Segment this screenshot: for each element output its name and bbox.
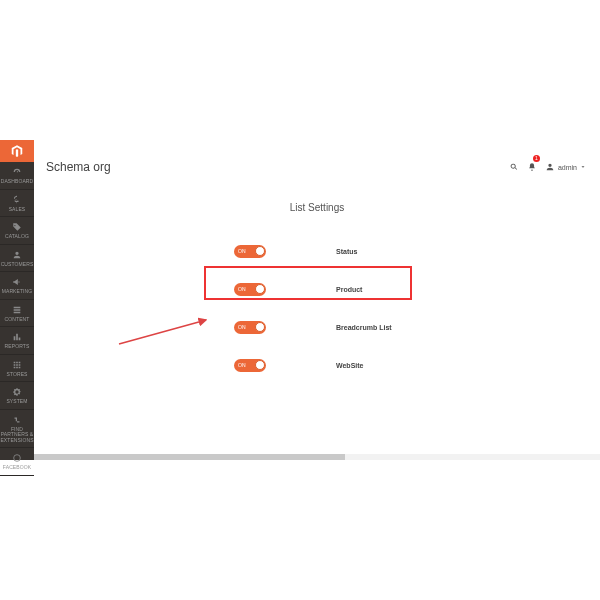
bell-icon — [527, 162, 537, 172]
sidebar-item-catalog[interactable]: CATALOG — [0, 217, 34, 245]
toggle-label: ON — [234, 324, 246, 330]
stores-icon — [12, 360, 22, 370]
tag-icon — [12, 222, 22, 232]
toggle-knob — [255, 284, 265, 294]
sidebar-item-sales[interactable]: SALES — [0, 190, 34, 218]
user-label: admin — [558, 164, 577, 171]
settings-list: ON Status ON Product ON Breadcrumb List … — [34, 232, 600, 384]
scrollbar-thumb[interactable] — [34, 454, 345, 460]
setting-label: Breadcrumb List — [336, 324, 392, 331]
sidebar-item-label: FIND PARTNERS & EXTENSIONS — [0, 427, 33, 444]
sidebar-item-label: MARKETING — [2, 289, 33, 295]
sidebar-item-marketing[interactable]: MARKETING — [0, 272, 34, 300]
chevron-down-icon — [580, 164, 586, 170]
setting-label: WebSite — [336, 362, 364, 369]
gear-icon — [12, 387, 22, 397]
search-icon — [509, 162, 519, 172]
circle-icon — [12, 453, 22, 463]
toggle-label: ON — [234, 362, 246, 368]
sidebar-item-label: SYSTEM — [6, 399, 27, 405]
admin-sidebar: DASHBOARD SALES CATALOG CUSTOMERS MARKET… — [0, 140, 34, 460]
toggle-label: ON — [234, 286, 246, 292]
toggle-label: ON — [234, 248, 246, 254]
user-menu[interactable]: admin — [545, 162, 586, 172]
toggle-knob — [255, 246, 265, 256]
horizontal-scrollbar[interactable] — [34, 454, 600, 460]
magento-logo[interactable] — [0, 140, 34, 162]
user-icon — [545, 162, 555, 172]
toggle-knob — [255, 322, 265, 332]
setting-row-product: ON Product — [34, 270, 600, 308]
header-toolbar: 1 admin — [509, 158, 586, 176]
sidebar-item-label: REPORTS — [5, 344, 30, 350]
sidebar-item-partners[interactable]: FIND PARTNERS & EXTENSIONS — [0, 410, 34, 449]
setting-row-status: ON Status — [34, 232, 600, 270]
notifications-button[interactable]: 1 — [527, 158, 537, 176]
page-title: Schema org — [46, 160, 111, 174]
sidebar-item-facebook[interactable]: FACEBOOK — [0, 448, 34, 476]
setting-label: Status — [336, 248, 357, 255]
toggle-website[interactable]: ON — [234, 359, 266, 372]
sidebar-item-label: STORES — [6, 372, 27, 378]
sidebar-item-label: CUSTOMERS — [1, 262, 34, 268]
setting-row-website: ON WebSite — [34, 346, 600, 384]
search-button[interactable] — [509, 158, 519, 176]
sidebar-item-stores[interactable]: STORES — [0, 355, 34, 383]
sidebar-item-label: CONTENT — [5, 317, 30, 323]
sidebar-item-label: SALES — [9, 207, 26, 213]
dollar-icon — [12, 195, 22, 205]
sidebar-item-system[interactable]: SYSTEM — [0, 382, 34, 410]
sidebar-item-content[interactable]: CONTENT — [0, 300, 34, 328]
magento-icon — [10, 144, 24, 158]
sidebar-item-label: FACEBOOK — [3, 465, 31, 471]
bars-icon — [12, 332, 22, 342]
sidebar-item-customers[interactable]: CUSTOMERS — [0, 245, 34, 273]
setting-row-breadcrumb: ON Breadcrumb List — [34, 308, 600, 346]
sidebar-item-label: CATALOG — [5, 234, 29, 240]
gauge-icon — [12, 167, 22, 177]
toggle-product[interactable]: ON — [234, 283, 266, 296]
toggle-breadcrumb[interactable]: ON — [234, 321, 266, 334]
link-icon — [12, 415, 22, 425]
section-title: List Settings — [34, 202, 600, 213]
toggle-status[interactable]: ON — [234, 245, 266, 258]
svg-point-0 — [14, 455, 21, 462]
layers-icon — [12, 305, 22, 315]
toggle-knob — [255, 360, 265, 370]
person-icon — [12, 250, 22, 260]
sidebar-item-reports[interactable]: REPORTS — [0, 327, 34, 355]
megaphone-icon — [12, 277, 22, 287]
main-panel: Schema org 1 admin List Settings ON Stat… — [34, 140, 600, 460]
sidebar-item-dashboard[interactable]: DASHBOARD — [0, 162, 34, 190]
setting-label: Product — [336, 286, 362, 293]
sidebar-item-label: DASHBOARD — [1, 179, 34, 185]
notification-badge: 1 — [533, 155, 540, 162]
app-window: DASHBOARD SALES CATALOG CUSTOMERS MARKET… — [0, 140, 600, 460]
